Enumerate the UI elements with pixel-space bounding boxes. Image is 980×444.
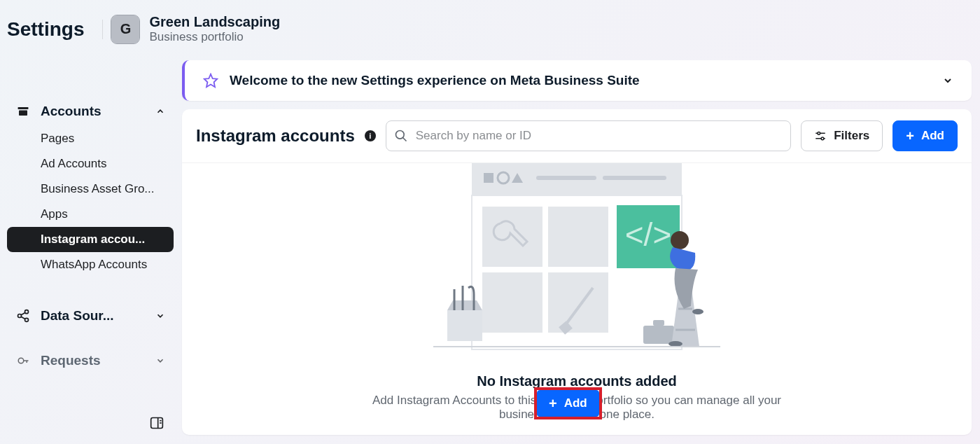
- chevron-down-icon: [942, 75, 953, 86]
- svg-marker-14: [204, 74, 217, 87]
- sidebar-item-ad-accounts[interactable]: Ad Accounts: [7, 151, 174, 176]
- svg-point-48: [692, 309, 704, 314]
- svg-point-19: [818, 132, 820, 134]
- empty-title: No Instagram accounts added: [182, 373, 972, 389]
- svg-rect-0: [18, 107, 29, 109]
- add-button[interactable]: + Add: [892, 120, 958, 151]
- add-label: Add: [564, 396, 587, 410]
- sidebar: Accounts Pages Ad Accounts Business Asse…: [0, 0, 182, 444]
- svg-point-46: [671, 231, 689, 249]
- svg-text:</>: </>: [625, 216, 672, 253]
- sidebar-footer: [7, 416, 174, 430]
- banner-text: Welcome to the new Settings experience o…: [230, 73, 640, 88]
- svg-point-3: [25, 310, 29, 314]
- svg-marker-37: [447, 300, 482, 310]
- sidebar-item-apps[interactable]: Apps: [7, 202, 174, 227]
- share-nodes-icon: [15, 309, 31, 323]
- chevron-up-icon: [155, 106, 165, 116]
- svg-point-20: [821, 137, 824, 140]
- sidebar-section-label: Requests: [41, 353, 101, 368]
- sidebar-section-accounts: Accounts Pages Ad Accounts Business Asse…: [7, 98, 174, 277]
- sidebar-section-label: Data Sour...: [41, 308, 114, 324]
- instagram-accounts-panel: Instagram accounts i Filters + Add: [182, 109, 972, 435]
- svg-rect-29: [548, 207, 608, 267]
- sidebar-item-business-asset-groups[interactable]: Business Asset Gro...: [7, 176, 174, 202]
- star-icon: [203, 73, 218, 88]
- sidebar-section-requests: Requests: [7, 347, 174, 374]
- search-input[interactable]: [386, 120, 792, 151]
- svg-rect-41: [653, 320, 664, 326]
- sidebar-section-header-accounts[interactable]: Accounts: [7, 98, 174, 125]
- panel-header: Instagram accounts i Filters + Add: [182, 109, 972, 163]
- svg-rect-31: [548, 272, 608, 333]
- info-icon[interactable]: i: [365, 130, 376, 141]
- sidebar-item-pages[interactable]: Pages: [7, 126, 174, 151]
- sidebar-section-header-data-sources[interactable]: Data Sour...: [7, 303, 174, 329]
- search-wrap: [386, 120, 792, 151]
- svg-line-6: [21, 317, 25, 319]
- sliders-icon: [814, 130, 827, 142]
- chevron-down-icon: [155, 356, 165, 366]
- add-label: Add: [921, 129, 944, 143]
- welcome-banner[interactable]: Welcome to the new Settings experience o…: [182, 60, 972, 101]
- svg-point-7: [18, 358, 24, 363]
- archive-icon: [15, 105, 31, 118]
- svg-rect-40: [643, 326, 674, 344]
- svg-rect-22: [484, 173, 493, 183]
- svg-rect-1: [19, 111, 27, 116]
- highlighted-add-button: + Add: [537, 390, 599, 417]
- empty-state-illustration: </>: [433, 163, 720, 373]
- sidebar-section-label: Accounts: [41, 104, 102, 119]
- svg-rect-36: [447, 310, 482, 341]
- chevron-down-icon: [155, 311, 165, 321]
- divider: [102, 20, 103, 39]
- svg-line-5: [21, 312, 25, 314]
- sidebar-item-instagram-accounts[interactable]: Instagram accou...: [7, 227, 174, 252]
- sidebar-section-data-sources: Data Sour...: [7, 303, 174, 329]
- panel-toggle-icon[interactable]: [148, 416, 165, 430]
- page-title: Settings: [7, 18, 84, 41]
- svg-rect-30: [482, 272, 542, 333]
- svg-line-16: [402, 138, 406, 141]
- svg-point-2: [18, 314, 22, 318]
- sidebar-section-header-requests[interactable]: Requests: [7, 347, 174, 374]
- filters-button[interactable]: Filters: [801, 120, 883, 151]
- filters-label: Filters: [834, 129, 869, 143]
- svg-point-15: [396, 131, 404, 139]
- sidebar-item-whatsapp-accounts[interactable]: WhatsApp Accounts: [7, 252, 174, 277]
- add-button-callout[interactable]: + Add: [537, 390, 599, 417]
- key-icon: [15, 354, 31, 367]
- svg-point-4: [25, 318, 29, 321]
- portfolio-badge: G: [111, 15, 139, 43]
- plus-icon: +: [906, 129, 914, 143]
- panel-title: Instagram accounts: [196, 126, 355, 146]
- search-icon: [394, 129, 408, 143]
- svg-point-47: [668, 341, 682, 347]
- plus-icon: +: [549, 396, 557, 410]
- main: Welcome to the new Settings experience o…: [182, 0, 980, 444]
